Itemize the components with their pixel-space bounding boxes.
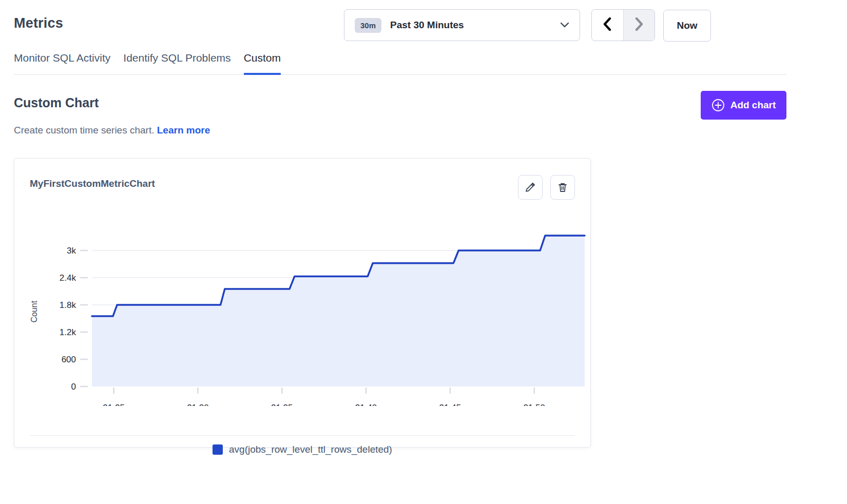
section-title: Custom Chart: [14, 95, 99, 110]
learn-more-link[interactable]: Learn more: [157, 125, 210, 135]
tab-monitor-sql-activity[interactable]: Monitor SQL Activity: [14, 52, 110, 74]
custom-chart-card: MyFirstCustomMetricChart 06001.2k1.8k2.4…: [14, 158, 591, 448]
tabs-bar: Monitor SQL ActivityIdentify SQL Problem…: [14, 52, 786, 75]
legend-label: avg(jobs_row_level_ttl_rows_deleted): [229, 444, 392, 455]
plus-circle-icon: [711, 99, 725, 112]
chart-legend: avg(jobs_row_level_ttl_rows_deleted): [14, 444, 590, 455]
time-window-nav: [591, 9, 655, 41]
svg-text:21:30: 21:30: [187, 403, 209, 406]
time-range-label: Past 30 Minutes: [390, 20, 464, 31]
time-range-dropdown[interactable]: 30m Past 30 Minutes: [344, 9, 580, 41]
metrics-page: Metrics 30m Past 30 Minutes Now Monitor …: [0, 0, 847, 504]
time-series-chart[interactable]: 06001.2k1.8k2.4k3k21:2521:3021:3521:4021…: [30, 221, 591, 406]
add-chart-label: Add chart: [730, 100, 776, 111]
chevron-right-icon: [635, 17, 643, 33]
section-subtitle-text: Create custom time series chart.: [14, 125, 154, 135]
page-title: Metrics: [14, 15, 63, 31]
legend-divider: [30, 435, 575, 436]
svg-text:0: 0: [71, 382, 76, 392]
trash-icon: [557, 182, 568, 193]
tab-custom[interactable]: Custom: [244, 52, 281, 74]
chart-title: MyFirstCustomMetricChart: [30, 178, 155, 189]
legend-swatch: [213, 444, 223, 455]
svg-text:1.8k: 1.8k: [60, 300, 76, 310]
svg-text:1.2k: 1.2k: [60, 327, 76, 337]
svg-text:21:40: 21:40: [355, 403, 377, 406]
tab-identify-sql-problems[interactable]: Identify SQL Problems: [123, 52, 230, 74]
svg-text:600: 600: [62, 355, 76, 364]
add-chart-button[interactable]: Add chart: [701, 91, 786, 120]
pencil-icon: [525, 182, 536, 193]
now-button[interactable]: Now: [663, 10, 711, 42]
time-range-badge: 30m: [355, 18, 381, 33]
svg-text:21:50: 21:50: [523, 403, 545, 406]
chevron-down-icon: [560, 22, 569, 28]
edit-chart-button[interactable]: [518, 175, 543, 200]
svg-text:21:25: 21:25: [103, 403, 125, 406]
previous-time-button[interactable]: [592, 10, 623, 41]
svg-text:2.4k: 2.4k: [60, 273, 76, 283]
svg-text:21:35: 21:35: [271, 403, 293, 406]
delete-chart-button[interactable]: [550, 175, 575, 200]
next-time-button[interactable]: [623, 10, 655, 41]
svg-text:3k: 3k: [67, 246, 76, 256]
svg-text:21:45: 21:45: [439, 403, 461, 406]
svg-text:Count: Count: [30, 300, 38, 322]
section-subtitle: Create custom time series chart. Learn m…: [14, 125, 210, 136]
chevron-left-icon: [603, 17, 611, 33]
